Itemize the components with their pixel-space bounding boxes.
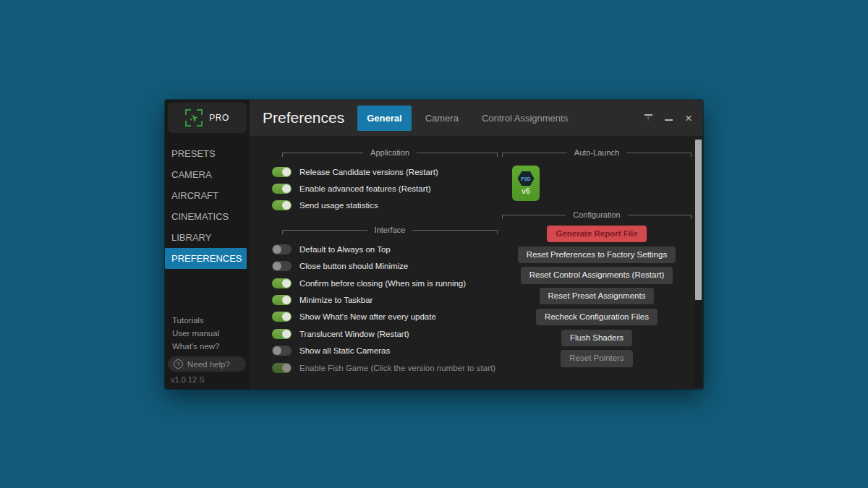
toggle-row-usage-statistics: Send usage statistics: [272, 197, 498, 214]
application-section-title: Application: [363, 148, 417, 157]
app-window: ✈ PRO PRESETS CAMERA AIRCRAFT CINEMATICS…: [165, 100, 703, 389]
configuration-section-header: Configuration: [502, 210, 692, 219]
sidebar: ✈ PRO PRESETS CAMERA AIRCRAFT CINEMATICS…: [165, 100, 250, 389]
configuration-section-title: Configuration: [566, 210, 627, 219]
sidebar-item-library[interactable]: LIBRARY: [165, 227, 250, 248]
toggle-label: Close button should Minimize: [299, 262, 408, 270]
close-should-minimize-toggle[interactable]: [272, 261, 292, 271]
need-help-button[interactable]: ? Need help?: [168, 356, 246, 372]
toggle-label: Show What's New after every update: [299, 312, 436, 321]
toggle-row-always-on-top: Default to Always on Top: [272, 241, 498, 257]
show-static-cameras-toggle[interactable]: [272, 346, 292, 356]
toggle-label: Release Candidate versions (Restart): [299, 168, 438, 176]
toggle-row-fish-game: Enable Fish Game (Click the version numb…: [272, 359, 498, 376]
auto-launch-section-title: Auto-Launch: [567, 148, 626, 157]
need-help-label: Need help?: [187, 360, 230, 369]
toggle-label: Enable advanced features (Restart): [299, 184, 431, 193]
sidebar-item-presets[interactable]: PRESETS: [165, 143, 250, 164]
preferences-content: Application Release Candidate versions (…: [250, 136, 703, 389]
scrollbar-thumb[interactable]: [695, 140, 702, 300]
sidebar-item-preferences[interactable]: PREFERENCES: [165, 248, 247, 269]
toggle-row-close-minimize: Close button should Minimize: [272, 258, 498, 275]
airplane-logo-icon: ✈: [185, 109, 203, 127]
confirm-before-closing-toggle[interactable]: [272, 278, 292, 288]
app-logo[interactable]: ✈ PRO: [168, 103, 247, 133]
release-candidate-toggle[interactable]: [272, 167, 292, 177]
recheck-configuration-files-button[interactable]: Recheck Configuration Files: [536, 309, 658, 325]
toggle-label: Enable Fish Game (Click the version numb…: [299, 364, 495, 372]
left-column: Application Release Candidate versions (…: [272, 136, 498, 389]
sidebar-footer: Tutorials User manual What's new? ? Need…: [165, 314, 250, 389]
auto-launch-section-header: Auto-Launch: [502, 148, 692, 157]
interface-section-title: Interface: [367, 226, 413, 234]
toggle-label: Send usage statistics: [299, 201, 378, 210]
pin-to-top-button[interactable]: ↑: [641, 111, 655, 125]
reset-control-assignments-button[interactable]: Reset Control Assignments (Restart): [521, 267, 673, 283]
configuration-buttons: Generate Report File Reset Preferences t…: [502, 226, 692, 367]
application-section-header: Application: [282, 148, 498, 157]
user-manual-link[interactable]: User manual: [165, 327, 250, 340]
toggle-label: Default to Always on Top: [299, 245, 391, 254]
toggle-label: Minimize to Taskbar: [299, 296, 373, 304]
reset-pointers-button[interactable]: Reset Pointers: [561, 350, 632, 367]
right-column: Auto-Launch P3D v6 Configuration Generat…: [502, 136, 692, 389]
fish-game-toggle[interactable]: [272, 363, 292, 373]
sim-version-label: v6: [522, 187, 530, 195]
titlebar: Preferences General Camera Control Assig…: [250, 100, 703, 136]
toggle-label: Confirm before closing (When sim is runn…: [299, 279, 466, 288]
tab-control-assignments[interactable]: Control Assignments: [472, 106, 577, 131]
generate-report-file-button[interactable]: Generate Report File: [547, 226, 646, 242]
scrollbar-track[interactable]: [695, 138, 702, 387]
version-label[interactable]: v1.0.12 S: [165, 374, 250, 389]
toggle-row-confirm-closing: Confirm before closing (When sim is runn…: [272, 275, 498, 291]
advanced-features-toggle[interactable]: [272, 184, 292, 194]
pin-to-top-icon: ↑: [644, 114, 653, 121]
application-toggle-list: Release Candidate versions (Restart) Ena…: [272, 163, 498, 214]
close-icon: ×: [685, 112, 692, 124]
toggle-row-minimize-taskbar: Minimize to Taskbar: [272, 291, 498, 308]
toggle-label: Translucent Window (Restart): [299, 330, 409, 338]
toggle-label: Show all Static Cameras: [299, 346, 390, 355]
toggle-row-whats-new: Show What's New after every update: [272, 309, 498, 325]
close-button[interactable]: ×: [681, 111, 696, 125]
window-controls: ↑ ×: [641, 111, 703, 125]
sidebar-item-cinematics[interactable]: CINEMATICS: [165, 206, 250, 227]
flush-shaders-button[interactable]: Flush Shaders: [561, 330, 632, 346]
whats-new-link[interactable]: What's new?: [165, 340, 250, 353]
minimize-button[interactable]: [661, 111, 676, 125]
tab-general[interactable]: General: [357, 106, 411, 131]
toggle-row-static-cameras: Show all Static Cameras: [272, 343, 498, 359]
toggle-row-translucent-window: Translucent Window (Restart): [272, 325, 498, 342]
p3d-hexagon-icon: P3D: [518, 171, 535, 186]
logo-pro-label: PRO: [209, 113, 229, 123]
usage-statistics-toggle[interactable]: [272, 200, 292, 210]
sidebar-item-aircraft[interactable]: AIRCRAFT: [165, 185, 250, 206]
question-circle-icon: ?: [174, 359, 183, 369]
main-area: Preferences General Camera Control Assig…: [250, 100, 703, 389]
reset-preferences-button[interactable]: Reset Preferences to Factory Settings: [518, 247, 676, 263]
tab-bar: General Camera Control Assignments: [357, 106, 577, 131]
tab-camera[interactable]: Camera: [416, 106, 468, 131]
toggle-row-advanced-features: Enable advanced features (Restart): [272, 180, 498, 197]
prepar3d-v6-auto-launch-tile[interactable]: P3D v6: [512, 166, 540, 201]
minimize-to-taskbar-toggle[interactable]: [272, 295, 292, 305]
sidebar-item-camera[interactable]: CAMERA: [165, 164, 250, 185]
show-whats-new-toggle[interactable]: [272, 312, 292, 322]
interface-section-header: Interface: [282, 226, 498, 234]
page-title: Preferences: [263, 109, 344, 127]
tutorials-link[interactable]: Tutorials: [165, 314, 250, 327]
always-on-top-toggle[interactable]: [272, 244, 292, 254]
translucent-window-toggle[interactable]: [272, 329, 292, 339]
reset-preset-assignments-button[interactable]: Reset Preset Assignments: [540, 288, 655, 304]
sidebar-nav: PRESETS CAMERA AIRCRAFT CINEMATICS LIBRA…: [165, 143, 250, 269]
toggle-row-release-candidate: Release Candidate versions (Restart): [272, 163, 498, 180]
minimize-icon: [665, 119, 673, 121]
interface-toggle-list: Default to Always on Top Close button sh…: [272, 241, 498, 376]
